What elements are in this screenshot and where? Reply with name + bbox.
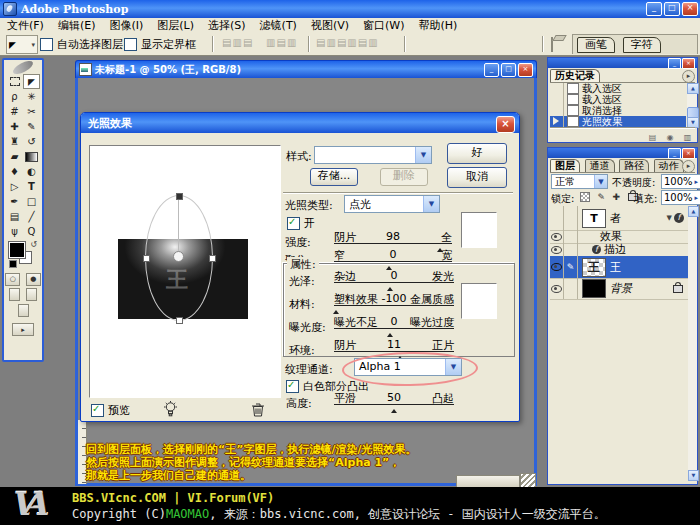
tab-history[interactable]: 历史记录: [550, 69, 600, 82]
scroll-up-icon[interactable]: ▲: [687, 83, 699, 94]
height-marker[interactable]: [391, 406, 397, 413]
history-item-1[interactable]: 载入选区: [550, 94, 686, 105]
tab-layers[interactable]: 图层: [550, 159, 580, 172]
brush-tool[interactable]: ✎: [23, 119, 40, 134]
gradient-tool[interactable]: [23, 149, 40, 164]
zoom-tool[interactable]: Q: [23, 224, 40, 239]
visibility-cell[interactable]: [550, 243, 564, 256]
minimize-button[interactable]: _: [646, 2, 662, 16]
cancel-button[interactable]: 取消: [447, 167, 507, 188]
visibility-cell[interactable]: [550, 230, 564, 243]
quick-mask-mode-button[interactable]: ●: [26, 273, 41, 286]
scroll-up-icon[interactable]: ▲: [688, 206, 699, 217]
history-item-2[interactable]: 取消选择: [550, 105, 686, 116]
slice-tool[interactable]: ✂: [23, 104, 40, 119]
default-colors-icon[interactable]: [9, 260, 17, 268]
gloss-track[interactable]: [334, 282, 454, 283]
move-tool[interactable]: ◤: [23, 74, 40, 89]
notes-tool[interactable]: ▤: [6, 209, 23, 224]
clone-stamp-tool[interactable]: ♜: [6, 134, 23, 149]
stroke-effect-row[interactable]: f 描边: [550, 243, 688, 257]
path-select-tool[interactable]: ▷: [6, 179, 23, 194]
light-handle-left[interactable]: [143, 255, 150, 262]
delete-style-button[interactable]: 删除: [380, 168, 428, 186]
light-on-checkbox[interactable]: ✓开: [287, 216, 315, 231]
app-titlebar[interactable]: Adobe Photoshop _ □ ×: [0, 0, 700, 18]
exposure-track[interactable]: [334, 328, 454, 329]
delete-light-trash-icon[interactable]: [251, 402, 265, 420]
material-slider[interactable]: 塑料效果 -100 金属质感: [334, 292, 454, 310]
light-center-handle[interactable]: [173, 251, 184, 262]
layers-close-button[interactable]: ×: [682, 148, 695, 159]
height-slider[interactable]: 平滑 50 凸起: [334, 391, 454, 409]
gloss-marker[interactable]: [387, 284, 393, 291]
type-tool[interactable]: T: [23, 179, 40, 194]
intensity-track[interactable]: [334, 243, 452, 244]
history-menu-button[interactable]: ▸: [682, 70, 695, 83]
history-brush-tool[interactable]: ↺: [23, 134, 40, 149]
new-document-from-state-icon[interactable]: ▤: [647, 133, 658, 143]
add-light-bulb-icon[interactable]: [163, 401, 178, 421]
standard-screen-button[interactable]: [9, 288, 20, 301]
fill-field[interactable]: 100%▸: [661, 190, 700, 205]
magic-wand-tool[interactable]: ✳: [23, 89, 40, 104]
dodge-tool[interactable]: ◐: [23, 164, 40, 179]
doc-close-button[interactable]: ×: [518, 63, 533, 77]
menu-help[interactable]: 帮助(H): [411, 18, 464, 33]
history-close-button[interactable]: ×: [682, 58, 695, 69]
light-handle-bottom[interactable]: [176, 317, 183, 324]
focus-track[interactable]: [334, 261, 452, 262]
intensity-slider[interactable]: 阴片 98 全: [334, 230, 452, 248]
show-bounds-checkbox[interactable]: 显示定界框: [124, 37, 196, 52]
lock-move-icon[interactable]: ✚: [613, 192, 621, 202]
visibility-cell[interactable]: [550, 278, 564, 299]
preview-pane[interactable]: 王: [89, 145, 281, 398]
tab-actions[interactable]: 动作: [654, 159, 684, 172]
effects-header-row[interactable]: 效果: [550, 230, 688, 244]
new-snapshot-icon[interactable]: ◉: [665, 133, 676, 143]
history-minimize-button[interactable]: _: [668, 58, 681, 69]
menu-file[interactable]: 文件(F): [0, 18, 51, 33]
shape-tool[interactable]: □: [23, 194, 40, 209]
doc-minimize-button[interactable]: _: [484, 63, 499, 77]
file-browser-icon[interactable]: [551, 37, 553, 52]
material-marker[interactable]: [333, 307, 339, 314]
foreground-color-swatch[interactable]: [9, 242, 25, 258]
visibility-cell[interactable]: [550, 206, 564, 230]
style-dropdown[interactable]: ▼: [314, 146, 432, 164]
scroll-down-icon[interactable]: ▼: [687, 117, 699, 128]
link-cell[interactable]: [564, 243, 578, 256]
resize-grip[interactable]: [520, 473, 536, 488]
preview-checkbox[interactable]: ✓预览: [91, 403, 130, 418]
tab-paths[interactable]: 路径: [619, 159, 649, 172]
history-scrollbar[interactable]: ▲ ▼: [687, 83, 697, 128]
light-type-dropdown[interactable]: 点光▼: [344, 195, 440, 213]
tab-brushes[interactable]: 画笔: [577, 37, 615, 53]
menu-select[interactable]: 选择(S): [201, 18, 253, 33]
menu-edit[interactable]: 编辑(E): [51, 18, 103, 33]
menu-view[interactable]: 视图(V): [304, 18, 356, 33]
doc-restore-button[interactable]: □: [501, 63, 516, 77]
exposure-marker[interactable]: [387, 330, 393, 337]
history-item-0[interactable]: 载入选区: [550, 83, 686, 94]
save-style-button[interactable]: 存储...: [310, 168, 358, 186]
eraser-tool[interactable]: ▰: [6, 149, 23, 164]
menu-image[interactable]: 图像(I): [102, 18, 150, 33]
height-track[interactable]: [334, 404, 454, 405]
fullscreen-menu-button[interactable]: [26, 288, 37, 301]
lock-transparent-icon[interactable]: [580, 192, 590, 202]
marquee-tool[interactable]: [6, 74, 23, 89]
dialog-close-button[interactable]: ×: [496, 116, 515, 133]
link-cell[interactable]: [564, 230, 578, 243]
eye-icon[interactable]: [551, 263, 562, 271]
tool-preset-button[interactable]: ◤ ▾: [6, 35, 38, 54]
material-track[interactable]: [334, 305, 454, 306]
eyedropper-tool[interactable]: ╱: [23, 209, 40, 224]
auto-select-checkbox[interactable]: 自动选择图层: [40, 37, 123, 52]
imageready-button[interactable]: ▸: [12, 323, 34, 336]
gloss-slider[interactable]: 杂边 0 发光: [334, 269, 454, 287]
lock-paint-icon[interactable]: ✎: [598, 192, 606, 202]
menu-layer[interactable]: 图层(L): [150, 18, 201, 33]
fullscreen-button[interactable]: [18, 304, 29, 317]
menu-filter[interactable]: 滤镜(T): [253, 18, 304, 33]
